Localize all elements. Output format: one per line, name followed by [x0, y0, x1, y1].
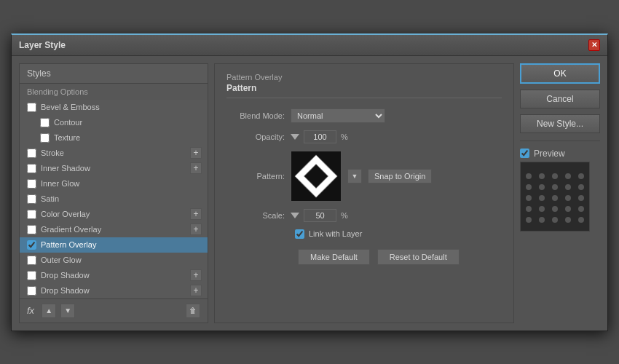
- gradient-overlay-plus-button[interactable]: +: [190, 223, 202, 235]
- sidebar-item-contour[interactable]: Contour: [20, 115, 208, 130]
- drop-shadow-2-label: Drop Shadow: [41, 286, 90, 295]
- layer-style-dialog: Layer Style ✕ Styles Blending Options Be…: [11, 33, 608, 331]
- blend-mode-label: Blend Mode:: [226, 111, 285, 120]
- drop-shadow-1-plus-button[interactable]: +: [190, 269, 202, 281]
- preview-checkbox-row: Preview: [520, 149, 600, 159]
- scale-slider-arrow[interactable]: [291, 213, 299, 218]
- panel-subtitle: Pattern: [226, 83, 502, 98]
- make-default-button[interactable]: Make Default: [298, 249, 370, 265]
- pattern-dropdown-button[interactable]: ▼: [347, 169, 362, 183]
- outer-glow-label: Outer Glow: [41, 256, 82, 264]
- drop-shadow-1-checkbox[interactable]: [27, 271, 36, 280]
- sidebar-item-drop-shadow-1[interactable]: Drop Shadow +: [20, 268, 208, 283]
- scale-row: Scale: %: [226, 209, 502, 222]
- scale-controls: %: [291, 209, 348, 222]
- left-panel: Styles Blending Options Bevel & Emboss C…: [19, 63, 208, 323]
- styles-header: Styles: [20, 64, 208, 84]
- stroke-plus-button[interactable]: +: [190, 147, 202, 159]
- fx-label: fx: [27, 305, 34, 316]
- stroke-label: Stroke: [41, 149, 64, 157]
- satin-label: Satin: [41, 194, 59, 203]
- satin-checkbox[interactable]: [27, 194, 36, 204]
- sidebar-item-texture[interactable]: Texture: [20, 130, 208, 146]
- preview-checkbox[interactable]: [520, 149, 529, 158]
- sidebar-item-inner-shadow[interactable]: Inner Shadow +: [20, 161, 208, 176]
- opacity-percent: %: [341, 132, 348, 141]
- scale-input[interactable]: [304, 209, 336, 222]
- delete-style-button[interactable]: 🗑: [186, 304, 200, 318]
- scale-percent: %: [341, 211, 348, 220]
- stroke-checkbox[interactable]: [27, 149, 36, 158]
- dialog-title: Layer Style: [19, 40, 66, 50]
- inner-glow-checkbox[interactable]: [27, 179, 36, 189]
- sidebar-item-gradient-overlay[interactable]: Gradient Overlay +: [20, 222, 208, 237]
- move-up-button[interactable]: ▲: [42, 304, 56, 318]
- sidebar-item-outer-glow[interactable]: Outer Glow: [20, 253, 208, 268]
- sidebar-item-drop-shadow-2[interactable]: Drop Shadow +: [20, 283, 208, 298]
- reset-to-default-button[interactable]: Reset to Default: [377, 249, 460, 265]
- right-panel: OK Cancel New Style... Preview: [520, 63, 600, 323]
- opacity-slider-arrow[interactable]: [291, 134, 299, 140]
- link-with-layer-checkbox[interactable]: [295, 229, 304, 239]
- bevel-emboss-label: Bevel & Emboss: [41, 103, 100, 111]
- preview-canvas-element: [520, 162, 590, 232]
- drop-shadow-2-checkbox[interactable]: [27, 286, 36, 296]
- color-overlay-plus-button[interactable]: +: [190, 208, 202, 220]
- sidebar-item-pattern-overlay[interactable]: Pattern Overlay: [20, 237, 208, 253]
- gradient-overlay-checkbox[interactable]: [27, 225, 36, 234]
- contour-label: Contour: [54, 118, 82, 127]
- preview-label: Preview: [534, 149, 565, 159]
- inner-shadow-label: Inner Shadow: [41, 164, 90, 173]
- pattern-row: Pattern: ▼ Snap to Origin: [226, 151, 502, 202]
- panel-title: Pattern Overlay: [226, 73, 502, 82]
- color-overlay-label: Color Overlay: [41, 210, 90, 218]
- snap-to-origin-button[interactable]: Snap to Origin: [368, 169, 432, 183]
- move-down-button[interactable]: ▼: [60, 304, 75, 318]
- blending-options-label[interactable]: Blending Options: [20, 84, 208, 100]
- preview-canvas: [520, 162, 590, 232]
- blend-mode-row: Blend Mode: Normal Dissolve Multiply Scr…: [226, 108, 502, 123]
- close-button[interactable]: ✕: [588, 39, 600, 51]
- pattern-overlay-label: Pattern Overlay: [41, 240, 96, 249]
- inner-glow-label: Inner Glow: [41, 179, 79, 188]
- divider: [520, 141, 600, 141]
- pattern-canvas: [291, 151, 341, 201]
- drop-shadow-1-label: Drop Shadow: [41, 271, 90, 280]
- cancel-button[interactable]: Cancel: [520, 90, 600, 108]
- texture-label: Texture: [54, 133, 80, 142]
- action-buttons: Make Default Reset to Default: [226, 249, 502, 265]
- pattern-overlay-checkbox[interactable]: [27, 240, 36, 250]
- opacity-row: Opacity: %: [226, 130, 502, 143]
- color-overlay-checkbox[interactable]: [27, 210, 36, 219]
- opacity-input[interactable]: [304, 130, 336, 143]
- inner-shadow-plus-button[interactable]: +: [190, 162, 202, 174]
- ok-button[interactable]: OK: [520, 63, 600, 84]
- bevel-emboss-checkbox[interactable]: [27, 103, 36, 112]
- pattern-preview[interactable]: [291, 151, 342, 202]
- contour-checkbox[interactable]: [40, 118, 50, 127]
- sidebar-item-satin[interactable]: Satin: [20, 191, 208, 207]
- sidebar-item-bevel-emboss[interactable]: Bevel & Emboss: [20, 100, 208, 115]
- sidebar-item-color-overlay[interactable]: Color Overlay +: [20, 207, 208, 222]
- new-style-button[interactable]: New Style...: [520, 114, 600, 133]
- outer-glow-checkbox[interactable]: [27, 256, 36, 265]
- dialog-body: Styles Blending Options Bevel & Emboss C…: [12, 56, 607, 331]
- title-bar: Layer Style ✕: [12, 35, 607, 56]
- sidebar-item-stroke[interactable]: Stroke +: [20, 146, 208, 161]
- pattern-label: Pattern:: [226, 172, 285, 181]
- sidebar-item-inner-glow[interactable]: Inner Glow: [20, 176, 208, 191]
- drop-shadow-2-plus-button[interactable]: +: [190, 285, 202, 296]
- texture-checkbox[interactable]: [40, 133, 50, 143]
- scale-label: Scale:: [226, 211, 285, 220]
- opacity-controls: %: [291, 130, 348, 143]
- preview-section: Preview: [520, 149, 600, 232]
- gradient-overlay-label: Gradient Overlay: [41, 225, 101, 234]
- link-with-layer-row: Link with Layer: [226, 229, 502, 239]
- middle-panel: Pattern Overlay Pattern Blend Mode: Norm…: [214, 63, 514, 323]
- pattern-preview-container: ▼ Snap to Origin: [291, 151, 432, 202]
- blend-mode-select[interactable]: Normal Dissolve Multiply Screen Overlay: [291, 108, 385, 123]
- left-footer: fx ▲ ▼ 🗑: [20, 298, 208, 323]
- inner-shadow-checkbox[interactable]: [27, 164, 36, 173]
- link-with-layer-label: Link with Layer: [309, 229, 362, 238]
- opacity-label: Opacity:: [226, 132, 285, 141]
